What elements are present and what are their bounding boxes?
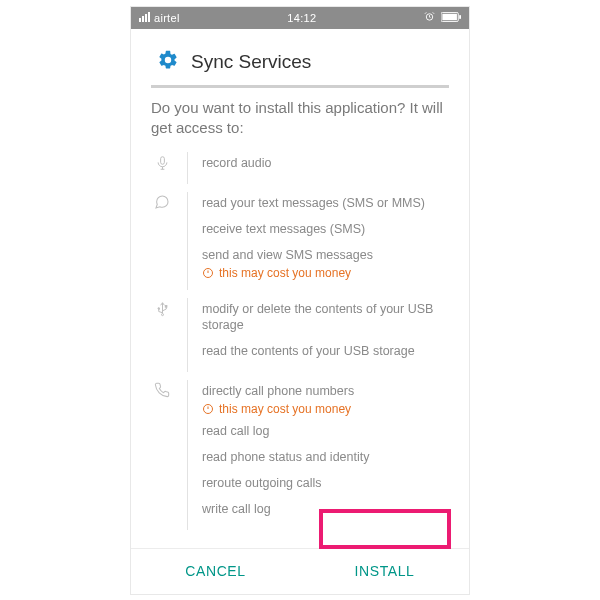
perm-item: modify or delete the contents of your US… [202,298,449,341]
svg-rect-1 [142,16,144,22]
perm-item: read the contents of your USB storage [202,340,449,366]
svg-point-10 [161,313,163,315]
perm-item: record audio [202,152,449,178]
app-title: Sync Services [191,51,311,73]
perm-group-storage: modify or delete the contents of your US… [151,298,449,373]
perm-item: receive text messages (SMS) [202,218,449,244]
svg-rect-8 [160,157,164,165]
gear-icon [157,49,179,75]
cost-warning: this may cost you money [202,266,449,284]
svg-rect-12 [165,305,167,307]
svg-rect-6 [442,13,457,19]
microphone-icon [151,152,173,184]
install-button[interactable]: Install [300,549,469,594]
carrier-label: airtel [154,12,180,24]
svg-rect-3 [148,12,150,22]
perm-group-sms: read your text messages (SMS or MMS) rec… [151,192,449,290]
phone-icon [151,380,173,529]
status-bar: airtel 14:12 [131,7,469,29]
svg-rect-7 [459,15,461,19]
perm-item: read your text messages (SMS or MMS) [202,192,449,218]
perm-group-audio: record audio [151,152,449,184]
clock: 14:12 [180,12,424,24]
cancel-button[interactable]: Cancel [131,549,300,594]
cost-warning: this may cost you money [202,402,449,420]
app-header: Sync Services [151,43,449,85]
svg-rect-2 [145,14,147,22]
usb-icon [151,298,173,373]
divider [151,85,449,88]
permissions-list: record audio read your text messages (SM… [151,150,449,544]
perm-item: read phone status and identity [202,446,449,472]
button-bar: Cancel Install [131,548,469,594]
phone-frame: airtel 14:12 Sync Services Do you want t… [130,6,470,595]
perm-group-phone: directly call phone numbers this may cos… [151,380,449,529]
svg-rect-0 [139,18,141,22]
alarm-icon [424,11,435,24]
install-prompt: Do you want to install this application?… [151,98,449,139]
perm-item: write call log [202,498,449,524]
svg-point-11 [158,307,160,309]
signal-icon [139,12,150,24]
chat-icon [151,192,173,290]
perm-item: reroute outgoing calls [202,472,449,498]
perm-item: read call log [202,420,449,446]
battery-icon [441,12,461,24]
